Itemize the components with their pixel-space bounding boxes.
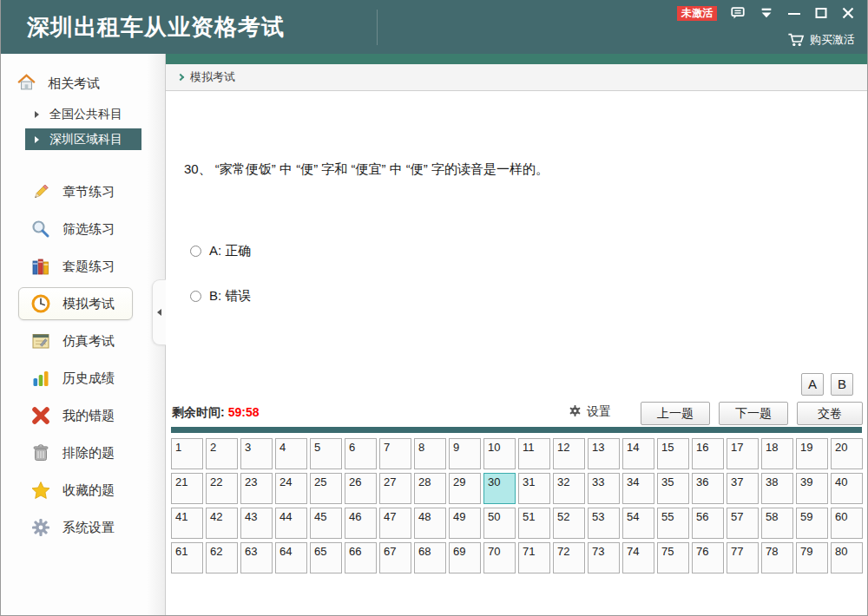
question-grid-cell-34[interactable]: 34 [622, 473, 654, 504]
question-grid-cell-80[interactable]: 80 [831, 542, 863, 573]
question-grid-cell-53[interactable]: 53 [588, 508, 620, 539]
question-grid-cell-69[interactable]: 69 [449, 542, 481, 573]
sidebar-item-filter-practice[interactable]: 筛选练习 [18, 213, 133, 246]
question-grid-cell-21[interactable]: 21 [171, 473, 203, 504]
question-grid-cell-54[interactable]: 54 [622, 508, 654, 539]
question-grid-cell-41[interactable]: 41 [171, 508, 203, 539]
question-grid-cell-42[interactable]: 42 [206, 508, 238, 539]
minimize-icon[interactable] [787, 6, 801, 20]
sidebar-section-related-exams[interactable]: 相关考试 [16, 73, 100, 95]
question-grid-cell-3[interactable]: 3 [240, 438, 273, 469]
close-icon[interactable] [841, 6, 855, 20]
question-grid-cell-65[interactable]: 65 [310, 542, 342, 573]
question-grid-cell-68[interactable]: 68 [414, 542, 446, 573]
question-grid-cell-33[interactable]: 33 [588, 473, 620, 504]
question-grid-cell-71[interactable]: 71 [518, 542, 550, 573]
question-grid-cell-29[interactable]: 29 [449, 473, 481, 504]
question-grid-cell-30[interactable]: 30 [483, 473, 516, 504]
question-grid-cell-7[interactable]: 7 [379, 438, 411, 469]
question-grid-cell-16[interactable]: 16 [692, 438, 724, 469]
answer-shortcut-a-button[interactable]: A [801, 373, 824, 396]
question-grid-cell-44[interactable]: 44 [275, 508, 307, 539]
question-grid-cell-57[interactable]: 57 [727, 508, 759, 539]
question-grid-cell-12[interactable]: 12 [553, 438, 585, 469]
question-grid-cell-5[interactable]: 5 [310, 438, 342, 469]
question-grid-cell-64[interactable]: 64 [275, 542, 307, 573]
sidebar-item-shenzhen-subjects[interactable]: 深圳区域科目 [25, 128, 141, 150]
question-grid-cell-19[interactable]: 19 [796, 438, 828, 469]
question-grid-cell-70[interactable]: 70 [483, 542, 516, 573]
collapse-dropdown-icon[interactable] [759, 6, 774, 20]
question-grid-cell-74[interactable]: 74 [622, 542, 654, 573]
question-grid-cell-51[interactable]: 51 [518, 508, 550, 539]
sidebar-item-set-practice[interactable]: 套题练习 [18, 250, 133, 283]
question-grid-cell-60[interactable]: 60 [831, 508, 863, 539]
question-grid-cell-59[interactable]: 59 [796, 508, 828, 539]
question-grid-cell-2[interactable]: 2 [206, 438, 238, 469]
question-grid-cell-73[interactable]: 73 [588, 542, 620, 573]
question-grid-cell-56[interactable]: 56 [692, 508, 724, 539]
option-b[interactable]: B: 错误 [190, 288, 251, 305]
question-grid-cell-79[interactable]: 79 [796, 542, 828, 573]
question-grid-cell-20[interactable]: 20 [831, 438, 863, 469]
question-grid-cell-22[interactable]: 22 [206, 473, 238, 504]
question-grid-cell-63[interactable]: 63 [240, 542, 273, 573]
settings-button[interactable]: 设置 [569, 404, 611, 420]
question-grid-cell-77[interactable]: 77 [727, 542, 759, 573]
question-grid-cell-6[interactable]: 6 [345, 438, 377, 469]
question-grid-cell-66[interactable]: 66 [345, 542, 377, 573]
question-grid-cell-26[interactable]: 26 [345, 473, 377, 504]
question-grid-cell-28[interactable]: 28 [414, 473, 446, 504]
submit-exam-button[interactable]: 交卷 [797, 402, 863, 425]
answer-shortcut-b-button[interactable]: B [831, 373, 853, 396]
question-grid-cell-31[interactable]: 31 [518, 473, 550, 504]
question-grid-cell-40[interactable]: 40 [831, 473, 863, 504]
question-grid-cell-52[interactable]: 52 [553, 508, 585, 539]
question-grid-cell-49[interactable]: 49 [449, 508, 481, 539]
previous-question-button[interactable]: 上一题 [641, 402, 710, 425]
question-grid-cell-4[interactable]: 4 [275, 438, 307, 469]
question-grid-cell-11[interactable]: 11 [518, 438, 550, 469]
question-grid-cell-9[interactable]: 9 [449, 438, 481, 469]
sidebar-item-my-wrong-questions[interactable]: 我的错题 [18, 399, 133, 432]
next-question-button[interactable]: 下一题 [719, 402, 788, 425]
question-grid-cell-17[interactable]: 17 [727, 438, 759, 469]
sidebar-item-excluded-questions[interactable]: 排除的题 [18, 436, 133, 469]
option-a[interactable]: A: 正确 [190, 243, 251, 259]
question-grid-cell-32[interactable]: 32 [553, 473, 585, 504]
question-grid-cell-58[interactable]: 58 [761, 508, 793, 539]
sidebar-item-mock-exam[interactable]: 模拟考试 [18, 287, 133, 320]
question-grid-cell-75[interactable]: 75 [657, 542, 689, 573]
question-grid-cell-23[interactable]: 23 [240, 473, 273, 504]
question-grid-cell-45[interactable]: 45 [310, 508, 342, 539]
question-grid-cell-36[interactable]: 36 [692, 473, 724, 504]
question-grid-cell-62[interactable]: 62 [206, 542, 238, 573]
question-grid-cell-1[interactable]: 1 [171, 438, 203, 469]
question-grid-cell-10[interactable]: 10 [483, 438, 516, 469]
sidebar-item-system-settings[interactable]: 系统设置 [18, 511, 133, 544]
question-grid-cell-46[interactable]: 46 [345, 508, 377, 539]
question-grid-cell-35[interactable]: 35 [657, 473, 689, 504]
question-grid-cell-24[interactable]: 24 [275, 473, 307, 504]
radio-icon[interactable] [190, 291, 201, 302]
sidebar-item-history-scores[interactable]: 历史成绩 [18, 362, 133, 395]
radio-icon[interactable] [190, 246, 201, 257]
sidebar-collapse-handle[interactable] [152, 279, 166, 345]
maximize-icon[interactable] [814, 6, 828, 20]
question-grid-cell-55[interactable]: 55 [657, 508, 689, 539]
question-grid-cell-38[interactable]: 38 [761, 473, 793, 504]
sidebar-item-simulation-exam[interactable]: 仿真考试 [18, 324, 133, 357]
sidebar-item-national-subjects[interactable]: 全国公共科目 [25, 103, 141, 125]
question-grid-cell-50[interactable]: 50 [483, 508, 516, 539]
question-grid-cell-8[interactable]: 8 [414, 438, 446, 469]
question-grid-cell-14[interactable]: 14 [622, 438, 654, 469]
question-grid-cell-67[interactable]: 67 [379, 542, 411, 573]
question-grid-cell-15[interactable]: 15 [657, 438, 689, 469]
question-grid-cell-43[interactable]: 43 [240, 508, 273, 539]
feedback-message-icon[interactable] [730, 5, 746, 21]
question-grid-cell-61[interactable]: 61 [171, 542, 203, 573]
question-grid-cell-48[interactable]: 48 [414, 508, 446, 539]
buy-activation-button[interactable]: 购买激活 [787, 31, 855, 48]
question-grid-cell-76[interactable]: 76 [692, 542, 724, 573]
sidebar-item-favorite-questions[interactable]: 收藏的题 [18, 474, 133, 507]
